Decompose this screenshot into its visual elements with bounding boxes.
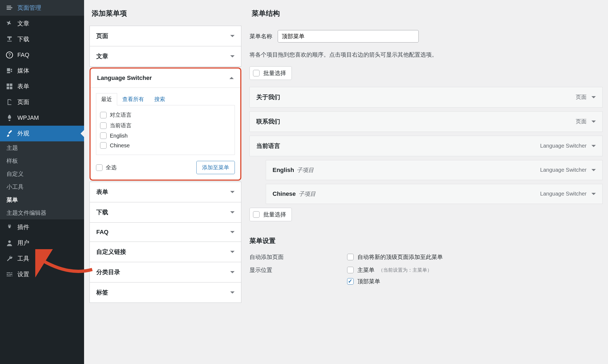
select-all-checkbox[interactable] xyxy=(96,164,103,171)
location-checkbox[interactable] xyxy=(347,278,354,285)
sidebar-item-help[interactable]: ?FAQ xyxy=(0,47,84,63)
expand-icon xyxy=(591,169,596,173)
menu-structure-item[interactable]: 关于我们页面 xyxy=(249,87,603,108)
accordion-panel: FAQ xyxy=(89,222,241,242)
batch-select-button-top[interactable]: 批量选择 xyxy=(249,66,292,80)
select-all-label: 全选 xyxy=(106,164,117,171)
menu-item-label: Chinese xyxy=(273,190,296,197)
menu-item-type: 页面 xyxy=(576,93,587,101)
sliders-icon xyxy=(5,270,14,278)
sidebar-label: 页面管理 xyxy=(17,4,41,12)
sidebar-label: 文章 xyxy=(17,20,29,28)
accordion-header[interactable]: 表单 xyxy=(90,182,241,202)
sidebar-label: WPJAM xyxy=(17,114,39,121)
accordion-header[interactable]: 分类目录 xyxy=(90,262,241,282)
accordion-panel: 文章 xyxy=(89,46,241,67)
panel-title: 表单 xyxy=(96,188,108,196)
batch-select-button-bottom[interactable]: 批量选择 xyxy=(249,208,292,221)
panel-title: 标签 xyxy=(96,288,108,297)
location-label: 顶部菜单 xyxy=(357,278,380,285)
sidebar-label: 工具 xyxy=(17,255,29,263)
panel-tab[interactable]: 最近 xyxy=(96,93,117,105)
panel-tab[interactable]: 查看所有 xyxy=(117,93,149,105)
sidebar-item-brush[interactable]: 外观 xyxy=(0,126,84,141)
accordion-header[interactable]: FAQ xyxy=(90,223,241,242)
option-checkbox[interactable] xyxy=(100,142,107,149)
accordion-panel: 下载 xyxy=(89,202,241,223)
auto-add-option: 自动将新的顶级页面添加至此菜单 xyxy=(357,253,443,261)
sidebar-item-rocket[interactable]: WPJAM xyxy=(0,110,84,126)
admin-sidebar: 页面管理文章下载?FAQ媒体表单页面WPJAM外观主题样板自定义小工具菜单主题文… xyxy=(0,0,84,364)
add-to-menu-button[interactable]: 添加至菜单 xyxy=(196,161,235,174)
menu-settings-title: 菜单设置 xyxy=(249,228,603,251)
sidebar-subitem[interactable]: 菜单 xyxy=(0,193,84,206)
plug-icon xyxy=(5,223,14,231)
sidebar-item-pages[interactable]: 页面管理 xyxy=(0,0,84,16)
sidebar-label: 插件 xyxy=(17,223,29,231)
expand-icon xyxy=(230,35,235,39)
language-switcher-panel: Language Switcher 最近查看所有搜索 对立语言当前语言Engli… xyxy=(89,67,241,181)
menu-name-input[interactable] xyxy=(278,30,419,43)
menu-structure-item[interactable]: English子项目Language Switcher xyxy=(266,160,603,180)
panel-title: 下载 xyxy=(96,208,108,216)
auto-add-checkbox[interactable] xyxy=(347,254,354,260)
sidebar-subitem[interactable]: 样板 xyxy=(0,154,84,167)
sidebar-subitem[interactable]: 主题文件编辑器 xyxy=(0,206,84,219)
batch-checkbox[interactable] xyxy=(253,70,260,76)
sidebar-item-media[interactable]: 媒体 xyxy=(0,63,84,79)
accordion-header[interactable]: 下载 xyxy=(90,202,241,222)
media-icon xyxy=(5,67,14,75)
brush-icon xyxy=(5,129,14,138)
menu-name-label: 菜单名称 xyxy=(249,32,272,40)
location-checkbox[interactable] xyxy=(347,267,354,273)
option-checkbox[interactable] xyxy=(100,112,107,118)
accordion-header[interactable]: 文章 xyxy=(90,46,241,66)
sidebar-item-page[interactable]: 页面 xyxy=(0,94,84,110)
menu-item-label: 联系我们 xyxy=(256,118,280,125)
menu-item-type: Language Switcher xyxy=(540,191,587,197)
expand-icon xyxy=(230,191,235,195)
language-switcher-header[interactable]: Language Switcher xyxy=(91,69,240,87)
menu-structure-item[interactable]: 联系我们页面 xyxy=(249,111,603,132)
expand-icon xyxy=(591,121,596,125)
pin-icon xyxy=(5,20,14,28)
wrench-icon xyxy=(5,255,14,263)
sidebar-item-pin[interactable]: 文章 xyxy=(0,16,84,31)
option-label: Chinese xyxy=(110,142,130,149)
menu-structure-item[interactable]: Chinese子项目Language Switcher xyxy=(266,184,603,204)
expand-icon xyxy=(230,291,235,296)
expand-icon xyxy=(230,55,235,60)
sidebar-item-sliders[interactable]: 设置 xyxy=(0,266,84,282)
sidebar-label: 下载 xyxy=(17,35,29,43)
sidebar-item-wrench[interactable]: 工具 xyxy=(0,251,84,266)
option-checkbox[interactable] xyxy=(100,122,107,129)
menu-item-label: 当前语言 xyxy=(256,142,280,149)
accordion-panel: 标签 xyxy=(89,282,241,303)
sidebar-subitem[interactable]: 小工具 xyxy=(0,180,84,193)
sidebar-item-grid[interactable]: 表单 xyxy=(0,79,84,94)
accordion-header[interactable]: 自定义链接 xyxy=(90,242,241,262)
display-location-label: 显示位置 xyxy=(249,266,347,285)
language-options: 对立语言当前语言EnglishChinese xyxy=(96,105,235,155)
menu-item-type: Language Switcher xyxy=(540,143,587,149)
accordion-panel: 分类目录 xyxy=(89,262,241,282)
accordion-header[interactable]: 标签 xyxy=(90,282,241,303)
menu-structure-item[interactable]: 当前语言Language Switcher xyxy=(249,136,603,156)
user-icon xyxy=(5,239,14,247)
panel-tab[interactable]: 搜索 xyxy=(149,93,170,105)
batch-checkbox[interactable] xyxy=(253,211,260,218)
sidebar-item-user[interactable]: 用户 xyxy=(0,235,84,251)
menu-item-subtitle: 子项目 xyxy=(297,167,314,173)
menu-item-type: 页面 xyxy=(576,118,587,125)
expand-icon xyxy=(230,251,235,255)
collapse-icon xyxy=(229,75,234,79)
main-content: 添加菜单项 页面文章 Language Switcher 最近查看所有搜索 对立… xyxy=(84,0,608,364)
menu-structure-title: 菜单结构 xyxy=(249,0,603,26)
option-checkbox[interactable] xyxy=(100,132,107,139)
sidebar-item-download[interactable]: 下载 xyxy=(0,31,84,47)
panel-tabs: 最近查看所有搜索 xyxy=(96,93,235,105)
sidebar-item-plug[interactable]: 插件 xyxy=(0,219,84,235)
sidebar-subitem[interactable]: 主题 xyxy=(0,141,84,154)
sidebar-subitem[interactable]: 自定义 xyxy=(0,167,84,180)
accordion-header[interactable]: 页面 xyxy=(90,26,241,46)
